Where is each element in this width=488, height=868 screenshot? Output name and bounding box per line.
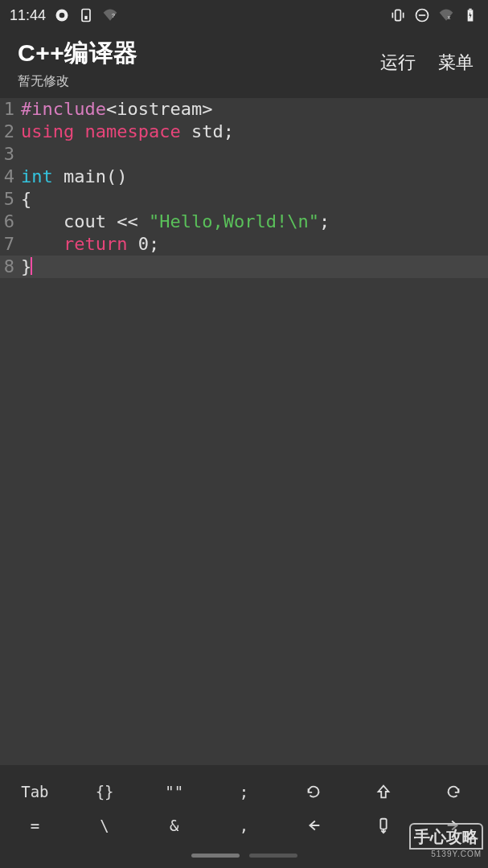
svg-rect-12 bbox=[469, 9, 471, 10]
key-sym[interactable]: \ bbox=[70, 809, 140, 842]
svg-rect-2 bbox=[82, 10, 90, 22]
battery-icon bbox=[462, 7, 478, 23]
watermark-sub: 5139Y.COM bbox=[431, 850, 482, 858]
token: return bbox=[64, 234, 127, 254]
svg-text:?: ? bbox=[112, 12, 115, 19]
token: namespace bbox=[84, 121, 180, 141]
code-editor[interactable]: 1#include<iostream>2using namespace std;… bbox=[0, 98, 488, 765]
app-header: C++编译器 暂无修改 运行 菜单 bbox=[0, 31, 488, 98]
code-line[interactable]: 3 bbox=[0, 143, 488, 166]
token: ; bbox=[319, 211, 330, 231]
status-right: x bbox=[390, 7, 478, 23]
code-line[interactable]: 1#include<iostream> bbox=[0, 98, 488, 121]
down-icon[interactable] bbox=[349, 809, 419, 842]
clock-circle-icon bbox=[54, 7, 70, 23]
token: <iostream> bbox=[106, 99, 212, 119]
key-sym[interactable]: , bbox=[209, 809, 279, 842]
redo-icon[interactable] bbox=[418, 775, 488, 809]
key-sym[interactable]: = bbox=[0, 809, 70, 842]
token: { bbox=[21, 189, 31, 209]
wifi-off-icon: x bbox=[438, 7, 454, 23]
code-content[interactable]: return 0; bbox=[18, 233, 488, 256]
code-content[interactable]: } bbox=[18, 256, 488, 278]
svg-rect-5 bbox=[396, 10, 401, 20]
token: std; bbox=[181, 121, 234, 141]
key-Tab[interactable]: Tab bbox=[0, 775, 70, 809]
svg-rect-13 bbox=[380, 819, 386, 829]
code-content[interactable]: { bbox=[18, 188, 488, 211]
token: cout << bbox=[21, 211, 149, 231]
line-number: 4 bbox=[0, 166, 18, 188]
nav-pill[interactable] bbox=[191, 854, 240, 858]
token: int bbox=[21, 166, 53, 186]
code-content[interactable]: using namespace std; bbox=[18, 121, 488, 143]
nav-pill[interactable] bbox=[249, 854, 297, 858]
line-number: 6 bbox=[0, 211, 18, 233]
svg-rect-3 bbox=[84, 16, 87, 19]
line-number: 3 bbox=[0, 143, 18, 166]
code-content[interactable] bbox=[18, 143, 488, 166]
line-number: 8 bbox=[0, 256, 18, 278]
line-number: 7 bbox=[0, 233, 18, 256]
token bbox=[21, 234, 64, 254]
token: 0; bbox=[127, 234, 159, 254]
token: main() bbox=[53, 166, 128, 186]
shift-up-icon[interactable] bbox=[349, 775, 419, 809]
undo-icon[interactable] bbox=[279, 775, 349, 809]
key-sym[interactable]: & bbox=[139, 809, 209, 842]
dnd-icon bbox=[414, 7, 430, 23]
key-symsym[interactable]: "" bbox=[139, 775, 209, 809]
header-title-block: C++编译器 暂无修改 bbox=[18, 37, 138, 90]
status-time: 11:44 bbox=[10, 7, 46, 24]
key-sym[interactable]: ; bbox=[209, 775, 279, 809]
svg-point-1 bbox=[59, 13, 65, 18]
watermark: 手心攻略 5139Y.COM bbox=[409, 823, 483, 858]
app-title: C++编译器 bbox=[18, 37, 138, 70]
token: "Hello,World!\n" bbox=[149, 211, 319, 231]
code-line[interactable]: 8} bbox=[0, 256, 488, 278]
key-symsym[interactable]: {} bbox=[70, 775, 140, 809]
watermark-text: 手心攻略 bbox=[409, 823, 483, 850]
code-line[interactable]: 6 cout << "Hello,World!\n"; bbox=[0, 211, 488, 233]
vibrate-icon bbox=[390, 7, 406, 23]
token: #include bbox=[21, 99, 106, 119]
back-icon[interactable] bbox=[279, 809, 349, 842]
code-line[interactable]: 2using namespace std; bbox=[0, 121, 488, 143]
code-line[interactable]: 4int main() bbox=[0, 166, 488, 188]
line-number: 2 bbox=[0, 121, 18, 143]
sim-icon bbox=[78, 7, 94, 23]
token: } bbox=[21, 256, 31, 276]
code-line[interactable]: 5{ bbox=[0, 188, 488, 211]
line-number: 5 bbox=[0, 188, 18, 211]
wifi-weak-icon: ? bbox=[102, 7, 118, 23]
line-number: 1 bbox=[0, 98, 18, 121]
menu-button[interactable]: 菜单 bbox=[438, 51, 474, 75]
toolbar-row-1: Tab{}""; bbox=[0, 775, 488, 809]
run-button[interactable]: 运行 bbox=[380, 51, 416, 75]
code-line[interactable]: 7 return 0; bbox=[0, 233, 488, 256]
code-content[interactable]: cout << "Hello,World!\n"; bbox=[18, 211, 488, 233]
text-cursor bbox=[31, 257, 32, 275]
header-actions: 运行 菜单 bbox=[380, 51, 474, 76]
status-left: 11:44 ? bbox=[10, 7, 118, 24]
code-content[interactable]: #include<iostream> bbox=[18, 98, 488, 121]
token bbox=[74, 121, 84, 141]
app-subtitle: 暂无修改 bbox=[18, 73, 138, 90]
token: using bbox=[21, 121, 74, 141]
code-content[interactable]: int main() bbox=[18, 166, 488, 188]
status-bar: 11:44 ? x bbox=[0, 0, 488, 31]
